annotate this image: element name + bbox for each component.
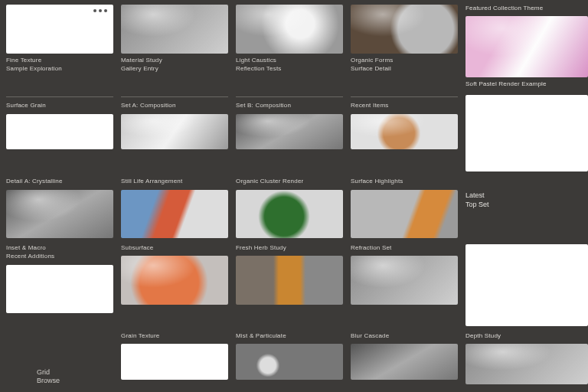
footer-line[interactable]: Grid xyxy=(37,368,60,377)
thumb-blank[interactable] xyxy=(466,244,588,326)
cell-3-2: Fresh Herb Study xyxy=(236,244,343,329)
thumb-blank[interactable] xyxy=(466,95,588,172)
separator xyxy=(121,96,228,97)
thumbnail[interactable] xyxy=(351,344,458,380)
caption: Organic Forms xyxy=(351,57,458,64)
thumbnail[interactable] xyxy=(121,256,228,305)
thumbnail[interactable] xyxy=(236,5,343,54)
thumb-blank[interactable] xyxy=(121,344,228,380)
caption: Detail A: Crystalline xyxy=(6,178,113,185)
thumbnail[interactable] xyxy=(121,190,228,239)
caption-sub: Recent Additions xyxy=(6,253,113,260)
caption-sub: Surface Detail xyxy=(351,65,458,72)
separator xyxy=(6,96,113,97)
asset-grid: Fine Texture Sample Exploration Material… xyxy=(0,0,588,387)
cell-1-4 xyxy=(466,95,588,175)
cell-0-2: Light Caustics Reflection Tests xyxy=(236,5,343,92)
thumbnail[interactable] xyxy=(121,5,228,54)
caption: Fresh Herb Study xyxy=(236,244,343,251)
thumbnail[interactable] xyxy=(351,190,458,239)
caption: Fine Texture xyxy=(6,57,113,64)
thumb-blank[interactable] xyxy=(6,114,113,150)
caption: Soft Pastel Render Example xyxy=(466,80,588,87)
cell-3-4 xyxy=(466,244,588,329)
cell-2-1: Still Life Arrangement xyxy=(121,178,228,241)
thumbnail[interactable] xyxy=(466,344,588,384)
cell-4-3: Blur Cascade xyxy=(351,332,458,388)
badge[interactable]: Top Set xyxy=(466,201,588,208)
cell-2-4: Latest Top Set xyxy=(466,178,588,241)
panel-title: Featured Collection Theme xyxy=(466,5,588,11)
caption-sub: Reflection Tests xyxy=(236,65,343,72)
caption: Mist & Particulate xyxy=(236,332,343,339)
cell-1-0: Surface Grain xyxy=(6,95,113,175)
thumb-blank[interactable] xyxy=(6,5,113,54)
cell-4-2: Mist & Particulate xyxy=(236,332,343,388)
cell-0-3: Organic Forms Surface Detail xyxy=(351,5,458,92)
caption: Inset & Macro xyxy=(6,244,113,251)
cell-1-2: Set B: Composition xyxy=(236,95,343,175)
cell-3-1: Subsurface xyxy=(121,244,228,329)
cell-0-4: Featured Collection Theme Soft Pastel Re… xyxy=(466,5,588,92)
caption: Surface Highlights xyxy=(351,178,458,185)
caption: Set A: Composition xyxy=(121,102,228,109)
thumbnail[interactable] xyxy=(236,190,343,239)
thumbnail[interactable] xyxy=(121,114,228,150)
more-icon[interactable] xyxy=(93,9,107,12)
cell-0-0: Fine Texture Sample Exploration xyxy=(6,5,113,92)
thumbnail[interactable] xyxy=(236,114,343,150)
cell-4-4: Depth Study xyxy=(466,332,588,388)
thumbnail[interactable] xyxy=(466,16,588,77)
cell-1-1: Set A: Composition xyxy=(121,95,228,175)
caption: Still Life Arrangement xyxy=(121,178,228,185)
caption: Light Caustics xyxy=(236,57,343,64)
cell-2-2: Organic Cluster Render xyxy=(236,178,343,241)
thumbnail[interactable] xyxy=(236,344,343,380)
cell-2-0: Detail A: Crystalline xyxy=(6,178,113,241)
thumbnail[interactable] xyxy=(351,256,458,305)
separator xyxy=(351,96,458,97)
cell-3-0: Inset & Macro Recent Additions xyxy=(6,244,113,329)
caption: Surface Grain xyxy=(6,102,113,109)
caption: Grain Texture xyxy=(121,332,228,339)
footer: Grid Browse xyxy=(37,368,60,386)
caption: Material Study xyxy=(121,57,228,64)
thumbnail[interactable] xyxy=(351,114,458,150)
caption: Set B: Composition xyxy=(236,102,343,109)
caption: Refraction Set xyxy=(351,244,458,251)
caption: Organic Cluster Render xyxy=(236,178,343,185)
cell-2-3: Surface Highlights xyxy=(351,178,458,241)
cell-1-3: Recent Items xyxy=(351,95,458,175)
footer-line[interactable]: Browse xyxy=(37,377,60,386)
caption: Depth Study xyxy=(466,332,588,339)
thumbnail[interactable] xyxy=(351,5,458,54)
thumbnail[interactable] xyxy=(6,190,113,239)
thumbnail[interactable] xyxy=(236,256,343,305)
caption-sub: Sample Exploration xyxy=(6,65,113,72)
cell-4-1: Grain Texture xyxy=(121,332,228,388)
badge[interactable]: Latest xyxy=(466,191,588,199)
cell-3-3: Refraction Set xyxy=(351,244,458,329)
separator xyxy=(236,96,343,97)
caption: Subsurface xyxy=(121,244,228,251)
caption-sub: Gallery Entry xyxy=(121,65,228,72)
cell-0-1: Material Study Gallery Entry xyxy=(121,5,228,92)
thumb-blank[interactable] xyxy=(6,265,113,314)
caption: Recent Items xyxy=(351,102,458,109)
caption: Blur Cascade xyxy=(351,332,458,339)
